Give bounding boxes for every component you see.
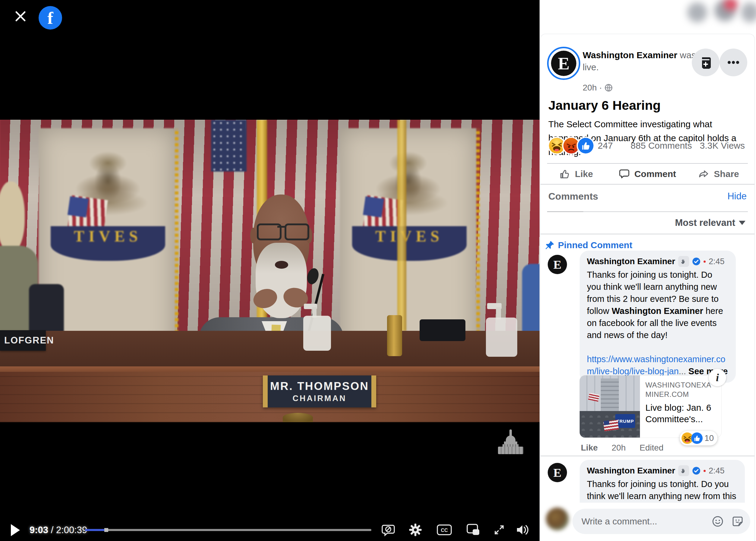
- comment-input[interactable]: [573, 516, 712, 527]
- comments-count[interactable]: 885 Comments: [630, 141, 692, 151]
- waving-hand-badge-icon: [678, 256, 689, 267]
- post-meta: 20h ·: [583, 83, 613, 93]
- reaction-summary[interactable]: 247: [548, 137, 613, 155]
- nameplate-line2: CHAIRMAN: [293, 394, 347, 403]
- comment-reactions-pill[interactable]: 10: [680, 431, 717, 445]
- us-flag-canton: [211, 120, 247, 172]
- comment-composer: [541, 503, 754, 541]
- like-label: Like: [575, 169, 593, 179]
- microphone-head: [305, 267, 320, 285]
- more-options-button[interactable]: [719, 49, 747, 76]
- comment-like-link[interactable]: Like: [581, 443, 598, 453]
- link-domain: WASHINGTONEXAMINER.COM: [645, 380, 716, 399]
- sort-label: Most relevant: [675, 218, 735, 228]
- share-icon: [698, 168, 710, 180]
- comment-button[interactable]: Comment: [612, 168, 683, 180]
- blurred-browser-icons: [741, 2, 756, 22]
- duration: 2:00:39: [56, 525, 87, 535]
- save-video-button[interactable]: [692, 49, 719, 76]
- comments-header-row: Comments Hide: [548, 190, 747, 203]
- closed-captions-icon[interactable]: CC: [436, 520, 453, 539]
- page-name[interactable]: Washington Examiner: [583, 50, 677, 60]
- action-bar: Like Comment Share: [541, 164, 754, 184]
- comment-link-line: https://www.washingtonexaminer.com/live-…: [587, 353, 729, 377]
- emoji-icon[interactable]: [712, 515, 724, 527]
- ellipsis: ...: [679, 366, 686, 376]
- divider: [541, 456, 754, 456]
- comment-meta-row: Like 20h Edited: [581, 443, 663, 453]
- comment-view-counts: 885 Comments 3.3K Views: [630, 137, 745, 155]
- share-label: Share: [714, 169, 739, 179]
- flag-cord: [397, 120, 406, 331]
- volume-icon[interactable]: [514, 520, 531, 539]
- like-button[interactable]: Like: [541, 168, 612, 180]
- link-preview-body: WASHINGTONEXAMINER.COM Live blog: Jan. 6…: [640, 375, 721, 438]
- seek-knob[interactable]: [104, 528, 108, 532]
- picture-in-picture-icon[interactable]: [465, 520, 482, 539]
- comment-text: Thanks for joining us tonight. Do you th…: [587, 269, 729, 341]
- views-count: 3.3K Views: [700, 141, 745, 151]
- info-icon[interactable]: i: [709, 369, 726, 386]
- link-title: Live blog: Jan. 6 Committee's...: [645, 402, 716, 425]
- comment-age[interactable]: 20h: [612, 443, 626, 453]
- time-separator: /: [51, 525, 54, 535]
- save-collection-icon: [699, 56, 712, 69]
- comment-reaction-count: 10: [704, 433, 714, 443]
- sanitizer-bottle-body: [303, 316, 331, 351]
- desk-ornament: [283, 413, 313, 422]
- playback-time: 9:03 / 2:00:39: [30, 525, 87, 536]
- sort-dropdown[interactable]: Most relevant: [675, 216, 745, 230]
- live-time-dot: [703, 261, 706, 263]
- post-time[interactable]: 20h: [583, 83, 597, 93]
- video-player[interactable]: f TIVES TIVES: [0, 0, 540, 541]
- pin-icon: [545, 240, 555, 250]
- comment-author[interactable]: Washington Examiner: [587, 466, 675, 476]
- settings-gear-icon[interactable]: [407, 520, 424, 539]
- sticker-icon[interactable]: [732, 515, 744, 527]
- comment-input-pill[interactable]: [573, 509, 750, 534]
- dot-separator: ·: [599, 83, 602, 93]
- comment-label: Comment: [634, 169, 676, 179]
- divider: [541, 234, 754, 234]
- sanitizer-bottle2-body: [486, 317, 517, 357]
- facebook-logo-icon[interactable]: f: [39, 6, 62, 30]
- hide-comments-link[interactable]: Hide: [727, 191, 747, 202]
- player-controls: 9:03 / 2:00:39 CC: [0, 520, 540, 541]
- live-time-dot: [703, 470, 706, 472]
- link-preview-card[interactable]: TRUMP WASHINGTONEXAMINER.COM Live blog: …: [580, 375, 721, 438]
- share-button[interactable]: Share: [683, 168, 754, 180]
- mention-link[interactable]: Washington Examiner: [612, 306, 703, 316]
- play-icon[interactable]: [11, 524, 20, 536]
- nameplate-lofgren-text: LOFGREN: [4, 335, 54, 346]
- fullscreen-icon[interactable]: [491, 520, 508, 539]
- seek-bar[interactable]: [85, 529, 372, 531]
- close-icon[interactable]: [13, 9, 28, 24]
- flag-banner-text: TIVES: [375, 228, 443, 245]
- divider: [547, 163, 748, 164]
- comment-timestamp[interactable]: 2:45: [709, 466, 725, 476]
- comment-edited-link[interactable]: Edited: [639, 443, 663, 453]
- pinned-comment-bubble: Washington Examiner 2:45 Thanks for join…: [580, 251, 736, 383]
- comment-timestamp[interactable]: 2:45: [709, 257, 725, 266]
- divider-dark-segment: [547, 212, 583, 212]
- reaction-count[interactable]: 247: [598, 141, 613, 151]
- blurred-browser-icons: [687, 2, 707, 22]
- comment-avatar[interactable]: E: [548, 463, 567, 482]
- globe-privacy-icon: [605, 84, 613, 92]
- laptop: [419, 319, 465, 341]
- post-author-line[interactable]: Washington Examiner was live.: [583, 49, 703, 73]
- seek-progress: [85, 529, 107, 531]
- page-avatar[interactable]: E: [547, 47, 580, 80]
- pinned-comment-row: Pinned Comment: [545, 239, 632, 252]
- comments-off-icon[interactable]: [380, 520, 397, 539]
- person-left-hair: [0, 182, 25, 253]
- glasses: [257, 224, 306, 237]
- like-reaction-icon: [691, 432, 703, 444]
- video-frame[interactable]: TIVES TIVES: [0, 120, 540, 422]
- facebook-f-glyph: f: [47, 8, 53, 28]
- link-preview-image: TRUMP: [580, 375, 640, 438]
- comment-avatar[interactable]: E: [548, 255, 567, 274]
- ear: [250, 228, 256, 244]
- comment-author[interactable]: Washington Examiner: [587, 257, 675, 266]
- pinned-comment-label: Pinned Comment: [558, 240, 632, 250]
